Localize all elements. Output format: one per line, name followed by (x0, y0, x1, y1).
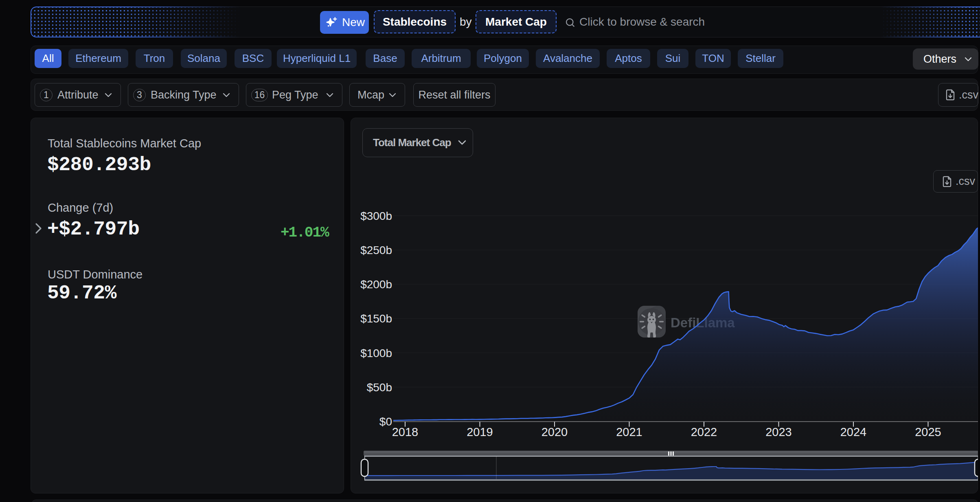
svg-text:$300b: $300b (360, 210, 392, 222)
svg-text:2023: 2023 (765, 425, 792, 438)
svg-text:$50b: $50b (367, 381, 392, 394)
svg-text:$100b: $100b (360, 347, 392, 360)
svg-text:$0: $0 (379, 415, 392, 428)
svg-text:$200b: $200b (360, 278, 392, 291)
svg-text:$150b: $150b (360, 312, 392, 325)
svg-text:2025: 2025 (915, 425, 941, 438)
svg-text:$250b: $250b (360, 244, 392, 256)
svg-text:2022: 2022 (691, 425, 717, 438)
svg-text:2020: 2020 (542, 425, 568, 438)
svg-text:2024: 2024 (840, 425, 867, 438)
svg-text:2018: 2018 (392, 425, 419, 438)
svg-text:2019: 2019 (467, 425, 493, 438)
svg-text:2021: 2021 (616, 425, 642, 438)
